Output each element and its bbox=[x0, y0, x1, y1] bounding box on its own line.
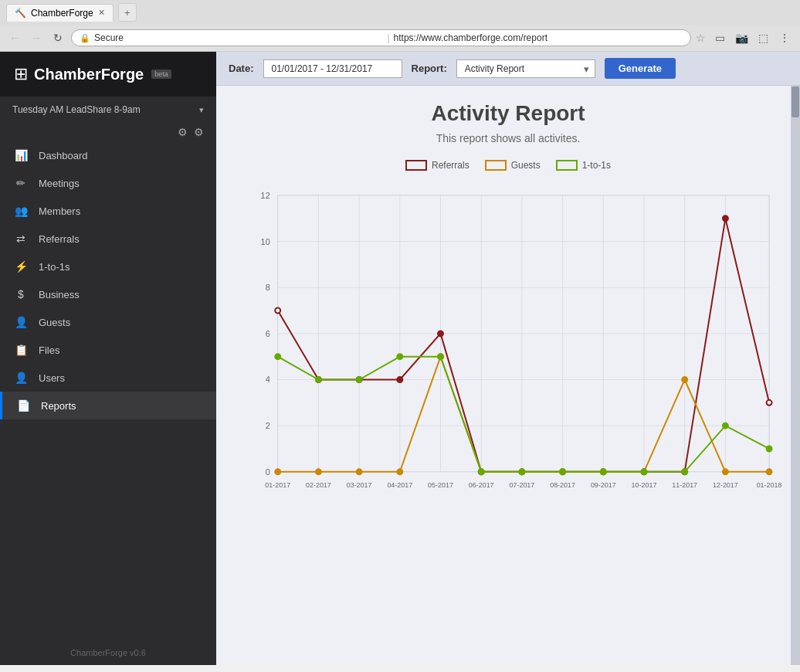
sidebar-item-business[interactable]: $ Business bbox=[0, 280, 216, 308]
sidebar-gear-area: ⚙ ⚙ bbox=[0, 123, 216, 141]
users-icon: 👤 bbox=[14, 372, 28, 384]
back-button[interactable]: ← bbox=[6, 29, 23, 46]
refresh-button[interactable]: ↻ bbox=[49, 29, 66, 46]
1to1-dot-12 bbox=[767, 446, 772, 452]
files-icon: 📋 bbox=[14, 344, 28, 356]
guest-dot-0 bbox=[275, 469, 280, 474]
browser-tab[interactable]: 🔨 ChamberForge ✕ bbox=[6, 4, 114, 22]
guest-dot-10 bbox=[682, 377, 687, 382]
ref-dot-12 bbox=[767, 400, 772, 406]
address-bar[interactable]: 🔒 Secure | https://www.chamberforge.com/… bbox=[71, 29, 691, 46]
x-label-1: 02-2017 bbox=[306, 481, 331, 489]
logo-icon: ⊞ bbox=[14, 64, 28, 84]
forward-button[interactable]: → bbox=[28, 29, 45, 46]
report-title: Activity Report bbox=[239, 101, 777, 126]
sidebar-item-label: Dashboard bbox=[39, 150, 88, 161]
ref-dot-0 bbox=[275, 308, 280, 314]
content-area: Activity Report This report shows all ac… bbox=[216, 86, 800, 665]
menu-button[interactable]: ⋮ bbox=[775, 29, 794, 47]
sidebar-item-files[interactable]: 📋 Files bbox=[0, 336, 216, 364]
1to1-dot-0 bbox=[275, 354, 280, 359]
browser-nav: ← → ↻ 🔒 Secure | https://www.chamberforg… bbox=[0, 25, 800, 51]
legend-1to1s: 1-to-1s bbox=[556, 160, 611, 171]
1to1-dot-5 bbox=[479, 469, 484, 474]
legend-referrals: Referrals bbox=[405, 160, 469, 171]
tab-favicon: 🔨 bbox=[15, 8, 26, 19]
1to1-dot-11 bbox=[723, 423, 728, 429]
date-label: Date: bbox=[229, 63, 254, 74]
group-name: Tuesday AM LeadShare 8-9am bbox=[12, 104, 141, 115]
activity-chart: 0 2 4 6 8 10 12 01-2017 02-2017 03-2017 … bbox=[239, 180, 777, 503]
sidebar-item-guests[interactable]: 👤 Guests bbox=[0, 308, 216, 336]
tab-title: ChamberForge bbox=[31, 8, 93, 19]
y-label-8: 8 bbox=[266, 283, 270, 292]
chevron-down-icon: ▾ bbox=[199, 105, 204, 115]
gear-icon-2[interactable]: ⚙ bbox=[194, 126, 204, 138]
sidebar-footer: ChamberForge v0.6 bbox=[0, 640, 216, 665]
legend-guests-label: Guests bbox=[511, 160, 541, 171]
1to1s-icon: ⚡ bbox=[14, 260, 28, 273]
y-label-4: 4 bbox=[266, 375, 270, 384]
sidebar-group-header[interactable]: Tuesday AM LeadShare 8-9am ▾ bbox=[0, 97, 216, 123]
1to1-dot-8 bbox=[601, 469, 606, 474]
tab-close-button[interactable]: ✕ bbox=[98, 8, 105, 18]
share-button[interactable]: ⬚ bbox=[754, 29, 772, 47]
members-icon: 👥 bbox=[14, 205, 28, 217]
sidebar-item-label: Members bbox=[39, 205, 80, 217]
x-label-11: 12-2017 bbox=[713, 481, 738, 489]
bookmark-icon[interactable]: ☆ bbox=[696, 32, 706, 44]
logo-text: ChamberForge bbox=[34, 66, 144, 83]
topbar: Date: Report: Activity Report Referral R… bbox=[216, 52, 800, 86]
business-icon: $ bbox=[14, 288, 28, 300]
x-label-2: 03-2017 bbox=[347, 481, 372, 489]
sidebar-item-label: Guests bbox=[39, 317, 70, 328]
address-separator: | bbox=[387, 32, 389, 43]
guest-dot-3 bbox=[397, 469, 402, 474]
x-label-6: 07-2017 bbox=[509, 481, 534, 489]
legend-referrals-label: Referrals bbox=[432, 160, 469, 171]
sidebar-item-label: Files bbox=[39, 344, 59, 356]
address-url: https://www.chamberforge.com/report bbox=[394, 32, 683, 43]
x-label-7: 08-2017 bbox=[550, 481, 575, 489]
x-label-12: 01-2018 bbox=[757, 481, 782, 489]
ref-dot-3 bbox=[397, 377, 402, 382]
sidebar-item-dashboard[interactable]: 📊 Dashboard bbox=[0, 141, 216, 169]
new-tab-button[interactable]: + bbox=[118, 3, 137, 22]
1to1-dot-10 bbox=[682, 469, 687, 474]
sidebar-logo: ⊞ ChamberForge beta bbox=[0, 52, 216, 97]
x-label-8: 09-2017 bbox=[591, 481, 616, 489]
sidebar-item-label: 1-to-1s bbox=[39, 261, 69, 273]
y-label-0: 0 bbox=[266, 467, 270, 477]
cast-button[interactable]: ▭ bbox=[710, 29, 729, 47]
sidebar-item-reports[interactable]: 📄 Reports bbox=[0, 392, 216, 419]
1to1-dot-2 bbox=[357, 377, 362, 382]
legend-1to1s-swatch bbox=[556, 160, 578, 171]
1to1-dot-4 bbox=[438, 354, 443, 359]
scrollbar-thumb[interactable] bbox=[792, 87, 799, 117]
scrollbar-track[interactable] bbox=[791, 86, 800, 665]
sidebar-item-1to1s[interactable]: ⚡ 1-to-1s bbox=[0, 253, 216, 280]
report-select[interactable]: Activity Report Referral Report Guest Re… bbox=[456, 59, 595, 78]
x-label-0: 01-2017 bbox=[265, 481, 290, 489]
chart-container: 0 2 4 6 8 10 12 01-2017 02-2017 03-2017 … bbox=[239, 180, 777, 505]
date-input[interactable] bbox=[263, 59, 402, 78]
app-container: ⊞ ChamberForge beta Tuesday AM LeadShare… bbox=[0, 52, 800, 665]
sidebar-item-members[interactable]: 👥 Members bbox=[0, 197, 216, 225]
gear-icon-1[interactable]: ⚙ bbox=[178, 126, 188, 138]
x-label-10: 11-2017 bbox=[672, 481, 697, 489]
sidebar: ⊞ ChamberForge beta Tuesday AM LeadShare… bbox=[0, 52, 216, 665]
legend-guests-swatch bbox=[485, 160, 507, 171]
guest-dot-1 bbox=[316, 469, 321, 474]
y-label-12: 12 bbox=[261, 191, 270, 200]
sidebar-item-users[interactable]: 👤 Users bbox=[0, 364, 216, 392]
x-label-4: 05-2017 bbox=[428, 481, 453, 489]
sidebar-item-meetings[interactable]: ✏ Meetings bbox=[0, 169, 216, 197]
generate-button[interactable]: Generate bbox=[605, 58, 676, 79]
sidebar-item-referrals[interactable]: ⇄ Referrals bbox=[0, 225, 216, 253]
report-subtitle: This report shows all activites. bbox=[239, 132, 777, 144]
sidebar-nav: 📊 Dashboard ✏ Meetings 👥 Members ⇄ Refer… bbox=[0, 141, 216, 640]
screenshot-button[interactable]: 📷 bbox=[732, 29, 751, 47]
report-select-wrapper: Activity Report Referral Report Guest Re… bbox=[456, 59, 595, 78]
sidebar-item-label: Meetings bbox=[39, 178, 80, 189]
legend-guests: Guests bbox=[485, 160, 541, 171]
